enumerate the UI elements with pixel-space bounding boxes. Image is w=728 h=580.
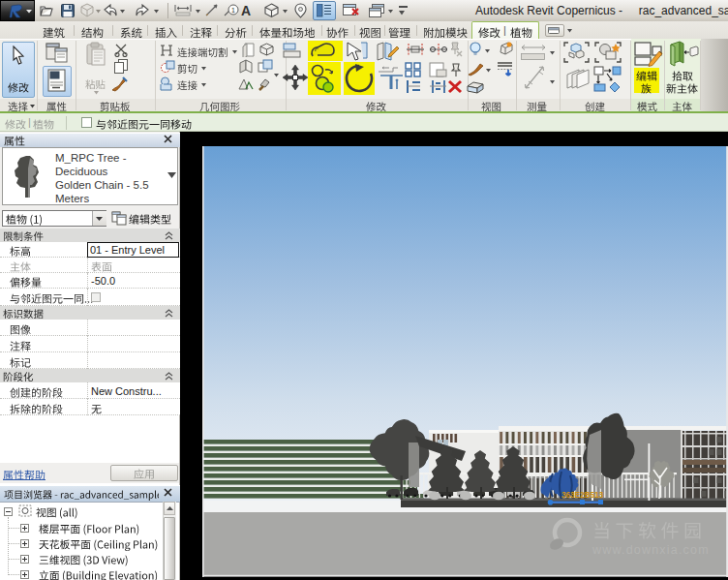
- svg-text:1: 1: [231, 7, 235, 14]
- svg-text:363E2B513: 363E2B513: [561, 490, 604, 500]
- svg-text:www.downxia.com: www.downxia.com: [592, 543, 710, 557]
